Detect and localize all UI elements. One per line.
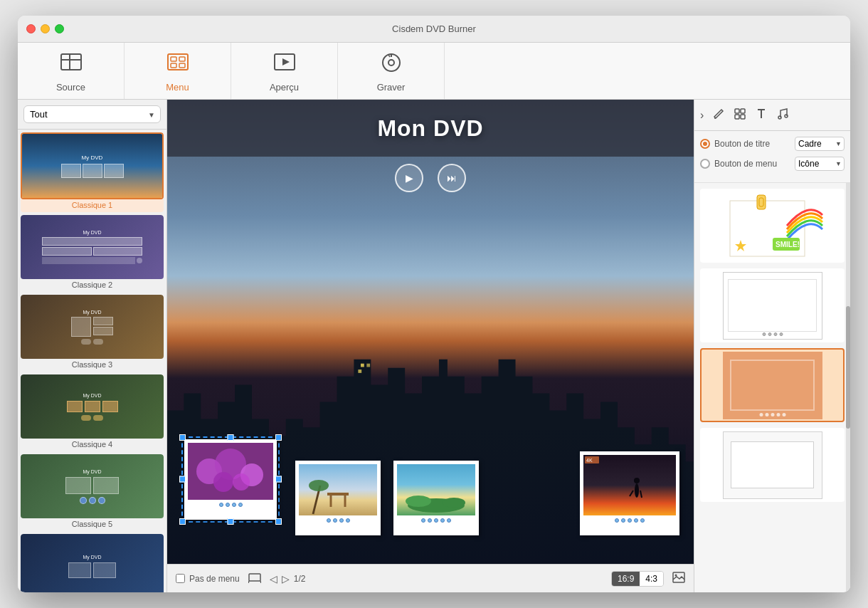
resize-handle-tm[interactable] <box>228 434 234 441</box>
minimize-button[interactable] <box>41 24 50 33</box>
svg-point-11 <box>388 60 394 65</box>
bouton-titre-row: Bouton de titre Cadre Texte Icône ▼ <box>700 137 845 151</box>
template-item-classique-4[interactable]: My DVD <box>21 374 164 451</box>
template-item-classique-1[interactable]: My DVD Classique 1 <box>21 132 164 212</box>
traffic-lights <box>26 24 64 33</box>
resize-handle-mr[interactable] <box>275 476 282 483</box>
toolbar-item-graver[interactable]: Graver <box>338 43 445 99</box>
resize-handle-bl[interactable] <box>179 518 186 525</box>
no-menu-label: Pas de menu <box>189 574 240 584</box>
template-item-classique-3[interactable]: My DVD <box>21 295 164 372</box>
panel-grid-icon[interactable] <box>734 108 746 123</box>
resize-handle-tr[interactable] <box>275 434 282 441</box>
svg-rect-15 <box>366 364 370 367</box>
template-label-4: Classique 4 <box>21 439 164 451</box>
bouton-titre-radio[interactable] <box>700 139 710 149</box>
source-label: Source <box>56 82 85 93</box>
polaroid-frame-1 <box>184 439 277 520</box>
panel-scrollbar[interactable] <box>846 183 850 592</box>
template-label-2: Classique 2 <box>21 279 164 292</box>
graver-icon <box>379 50 404 79</box>
template-list: My DVD Classique 1 <box>18 130 166 592</box>
dvd-controls: ▶ ⏭ <box>395 164 466 192</box>
image-icon[interactable] <box>672 572 685 586</box>
svg-rect-40 <box>249 574 260 581</box>
bouton-menu-row: Bouton de menu Icône Texte Cadre ▼ <box>700 157 845 171</box>
no-menu-checkbox-area[interactable]: Pas de menu <box>176 574 240 584</box>
sticker-thumb-plain <box>702 270 843 341</box>
sticker-item-rainbow[interactable]: SMILE! <box>700 189 845 263</box>
dvd-play-button[interactable]: ▶ <box>395 164 423 192</box>
svg-text:SMILE!: SMILE! <box>776 241 800 248</box>
template-item-classique-2[interactable]: My DVD <box>21 215 164 292</box>
sticker-gallery: SMILE! <box>694 183 850 592</box>
aspect-16-9-button[interactable]: 16:9 <box>612 572 640 586</box>
sticker-item-orange-frame[interactable] <box>700 348 845 422</box>
fit-screen-icon[interactable] <box>248 572 261 586</box>
svg-rect-23 <box>583 455 676 515</box>
resize-handle-br[interactable] <box>275 518 282 525</box>
window-title: Cisdem DVD Burner <box>392 23 476 34</box>
maximize-button[interactable] <box>55 24 64 33</box>
polaroid-dots-1 <box>188 503 273 507</box>
template-label-1: Classique 1 <box>21 199 164 212</box>
prev-page-button[interactable]: ◁ <box>270 573 277 585</box>
sidebar: Tout Classique Moderne ▼ My DVD <box>18 100 167 592</box>
svg-rect-7 <box>179 63 185 68</box>
aspect-ratio-buttons: 16:9 4:3 <box>611 571 664 587</box>
svg-line-42 <box>260 581 261 583</box>
svg-text:4K: 4K <box>586 458 593 463</box>
toolbar-item-source[interactable]: Source <box>18 43 125 99</box>
svg-point-22 <box>233 473 250 491</box>
sticker-item-white-frame[interactable] <box>700 428 845 502</box>
bouton-menu-radio[interactable] <box>700 159 710 169</box>
svg-rect-46 <box>735 109 739 113</box>
svg-rect-49 <box>741 115 745 119</box>
source-icon <box>58 50 84 79</box>
center-area: Mon DVD ▶ ⏭ <box>167 100 694 592</box>
template-item-classique-5[interactable]: My DVD <box>21 454 164 531</box>
panel-scrollbar-thumb[interactable] <box>846 306 850 429</box>
template-label-3: Classique 3 <box>21 359 164 372</box>
svg-rect-6 <box>171 63 176 68</box>
page-navigation: ◁ ▷ 1/2 <box>270 573 306 585</box>
photo-sunset: 4K <box>583 455 676 515</box>
sticker-thumb-orange <box>702 350 843 421</box>
sticker-thumb-rainbow: SMILE! <box>702 190 843 261</box>
sticker-item-plain-frame[interactable] <box>700 268 845 342</box>
svg-rect-4 <box>171 57 176 61</box>
right-panel: › <box>694 100 850 592</box>
svg-point-44 <box>675 574 677 576</box>
frame-1-container[interactable] <box>181 436 280 523</box>
template-label-5: Classique 5 <box>21 518 164 531</box>
toolbar-item-menu[interactable]: Menu <box>125 43 231 99</box>
bouton-menu-label: Bouton de menu <box>714 159 790 169</box>
next-page-button[interactable]: ▷ <box>282 573 290 585</box>
svg-point-52 <box>778 116 781 119</box>
panel-text-icon[interactable] <box>755 108 768 123</box>
no-menu-checkbox[interactable] <box>176 574 185 583</box>
panel-music-icon[interactable] <box>776 108 789 123</box>
frame-sunset-container[interactable]: 4K <box>580 451 679 535</box>
dvd-next-button[interactable]: ⏭ <box>438 164 466 192</box>
svg-rect-0 <box>61 54 81 70</box>
dvd-preview[interactable]: Mon DVD ▶ ⏭ <box>167 100 694 564</box>
bottom-bar: Pas de menu ◁ ▷ 1/2 16:9 <box>167 564 694 592</box>
svg-point-53 <box>785 115 788 117</box>
close-button[interactable] <box>26 24 36 33</box>
resize-handle-tl[interactable] <box>179 434 186 441</box>
template-item-classique-6[interactable]: My DVD Classique 6 <box>21 534 164 592</box>
bouton-menu-select[interactable]: Icône Texte Cadre <box>795 157 845 171</box>
menu-icon <box>165 50 191 79</box>
panel-edit-icon[interactable] <box>712 108 725 123</box>
resize-handle-bm[interactable] <box>228 518 234 525</box>
toolbar-item-apercu[interactable]: Aperçu <box>231 43 338 99</box>
polaroid-frame-sunset: 4K <box>580 451 679 535</box>
svg-point-25 <box>634 478 640 483</box>
filter-select[interactable]: Tout Classique Moderne <box>23 105 161 123</box>
aspect-4-3-button[interactable]: 4:3 <box>640 572 663 586</box>
bouton-titre-select[interactable]: Cadre Texte Icône <box>795 137 845 151</box>
resize-handle-ml[interactable] <box>179 476 186 483</box>
apercu-label: Aperçu <box>270 82 299 93</box>
panel-nav-icon[interactable]: › <box>700 109 704 122</box>
